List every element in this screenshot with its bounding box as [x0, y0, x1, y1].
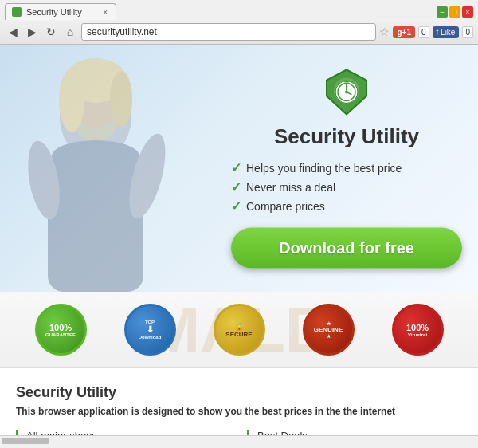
svg-point-9 — [110, 71, 132, 127]
address-bar[interactable] — [81, 23, 376, 41]
feature-grid-item-1: All major shops — [16, 430, 231, 435]
svg-point-3 — [52, 140, 139, 172]
download-button[interactable]: Download for free — [231, 228, 462, 269]
hero-title: Security Utility — [231, 124, 462, 149]
gplus-button[interactable]: g+1 — [393, 26, 415, 38]
badge-virusfree: 100% Virusfrei — [392, 304, 444, 356]
badges-section: IMALDI 100% GUARANTEE TOP ⬇ Download 🔒 S… — [0, 292, 478, 368]
title-bar: Security Utility × – □ × — [0, 0, 478, 20]
gplus-count: 0 — [418, 26, 429, 38]
info-title: Security Utility — [16, 384, 462, 401]
feature-text-3: Compare prices — [246, 199, 325, 212]
badge-secure: 🔒 SECURE — [214, 304, 265, 356]
hero-content: Security Utility ✓ Helps you finding the… — [231, 69, 462, 269]
feature-item-2: ✓ Never miss a deal — [231, 179, 462, 195]
feature-list: ✓ Helps you finding the best price ✓ Nev… — [231, 160, 462, 214]
bookmark-icon[interactable]: ☆ — [379, 26, 390, 38]
svg-point-8 — [59, 69, 84, 132]
feature-item-1: ✓ Helps you finding the best price — [231, 160, 462, 175]
hero-section: Security Utility ✓ Helps you finding the… — [0, 45, 478, 292]
minimize-button[interactable]: – — [437, 6, 448, 18]
feature-item-3: ✓ Compare prices — [231, 198, 462, 214]
social-buttons: g+1 0 f Like 0 — [393, 26, 473, 38]
horizontal-scrollbar[interactable] — [0, 435, 478, 445]
forward-button[interactable]: ▶ — [24, 24, 40, 40]
tab-favicon — [12, 7, 22, 17]
hero-image — [0, 53, 207, 292]
info-section: Security Utility This browser applicatio… — [0, 368, 478, 435]
refresh-button[interactable]: ↻ — [43, 24, 59, 40]
h-scroll-thumb[interactable] — [2, 438, 49, 444]
maximize-button[interactable]: □ — [449, 6, 460, 18]
badge-guarantee: 100% GUARANTEE — [35, 304, 87, 356]
svg-rect-2 — [48, 156, 143, 292]
home-button[interactable]: ⌂ — [62, 24, 78, 40]
tab-title: Security Utility — [26, 7, 82, 17]
feature-text-2: Never miss a deal — [246, 180, 335, 193]
badge-genuine: ★ GENUINE ★ — [303, 304, 355, 356]
browser-window: Security Utility × – □ × ◀ ▶ ↻ ⌂ ☆ g+1 0… — [0, 0, 478, 45]
facebook-count: 0 — [462, 26, 473, 38]
tab-close-button[interactable]: × — [103, 8, 108, 17]
badge-top-download: TOP ⬇ Download — [124, 304, 176, 356]
feature-grid-item-2: Best Deals — [247, 430, 462, 435]
svg-rect-17 — [344, 81, 349, 83]
check-icon-2: ✓ — [231, 179, 241, 195]
feature-text-1: Helps you finding the best price — [246, 161, 402, 174]
check-icon-3: ✓ — [231, 198, 241, 214]
facebook-like-button[interactable]: f Like — [433, 26, 460, 38]
svg-point-16 — [345, 91, 348, 94]
browser-tab[interactable]: Security Utility × — [5, 3, 116, 20]
nav-bar: ◀ ▶ ↻ ⌂ ☆ g+1 0 f Like 0 — [0, 20, 478, 45]
info-description: This browser application is designed to … — [16, 406, 462, 417]
features-grid: All major shops Best Deals Best prices a… — [16, 430, 462, 435]
window-controls: – □ × — [437, 6, 473, 18]
page-content: Security Utility ✓ Helps you finding the… — [0, 45, 478, 435]
check-icon-1: ✓ — [231, 160, 241, 175]
close-window-button[interactable]: × — [462, 6, 473, 18]
back-button[interactable]: ◀ — [5, 24, 21, 40]
logo-icon — [323, 69, 370, 116]
